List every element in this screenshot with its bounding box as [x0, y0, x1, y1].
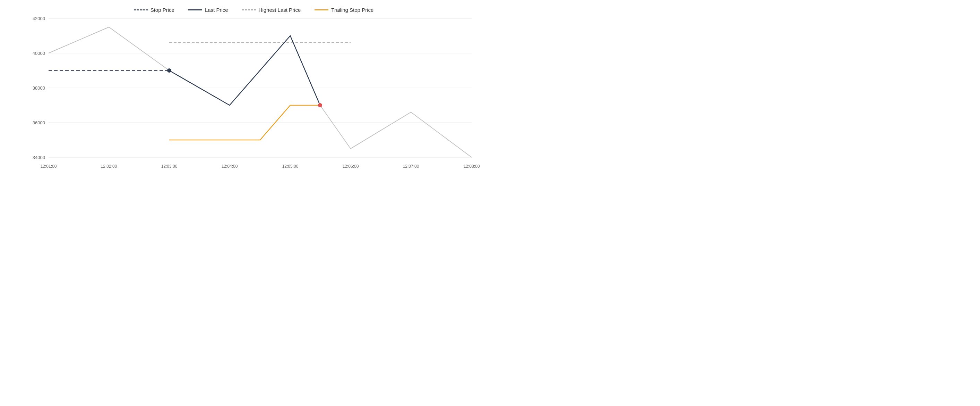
trailing-stop-price-label: Trailing Stop Price	[331, 7, 374, 13]
last-price-line-icon	[188, 10, 202, 10]
x-label-1205: 12:05:00	[282, 164, 299, 169]
last-price-label: Last Price	[205, 7, 228, 13]
trailing-stop-price-line-icon	[315, 10, 328, 10]
legend-highest-last-price: Highest Last Price	[242, 7, 301, 13]
x-label-1204: 12:04:00	[221, 164, 238, 169]
y-label-34000: 34000	[33, 155, 45, 160]
chart-svg: 42000 40000 38000 36000 34000 12:01:00 1…	[28, 18, 480, 185]
last-price-dot	[167, 69, 171, 73]
x-label-1203: 12:03:00	[161, 164, 178, 169]
highest-last-price-line-icon	[242, 10, 256, 10]
legend-stop-price: Stop Price	[134, 7, 175, 13]
legend-trailing-stop-price: Trailing Stop Price	[315, 7, 374, 13]
y-label-40000: 40000	[33, 51, 45, 56]
x-label-1201: 12:01:00	[41, 164, 57, 169]
y-label-38000: 38000	[33, 85, 45, 91]
stop-price-line-icon	[134, 10, 148, 10]
y-label-42000: 42000	[33, 16, 45, 21]
chart-legend: Stop Price Last Price Highest Last Price…	[28, 7, 480, 13]
y-label-36000: 36000	[33, 120, 45, 125]
gray-historical-line-before	[49, 27, 169, 70]
stop-price-label: Stop Price	[151, 7, 175, 13]
gray-historical-line-after	[320, 105, 472, 157]
chart-container: Stop Price Last Price Highest Last Price…	[0, 0, 490, 203]
last-price-line	[169, 36, 320, 105]
highest-last-price-label: Highest Last Price	[259, 7, 301, 13]
trailing-stop-dot	[318, 103, 322, 107]
x-label-1208: 12:08:00	[464, 164, 480, 169]
x-label-1206: 12:06:00	[343, 164, 359, 169]
x-label-1202: 12:02:00	[101, 164, 117, 169]
x-label-1207: 12:07:00	[403, 164, 419, 169]
legend-last-price: Last Price	[188, 7, 228, 13]
